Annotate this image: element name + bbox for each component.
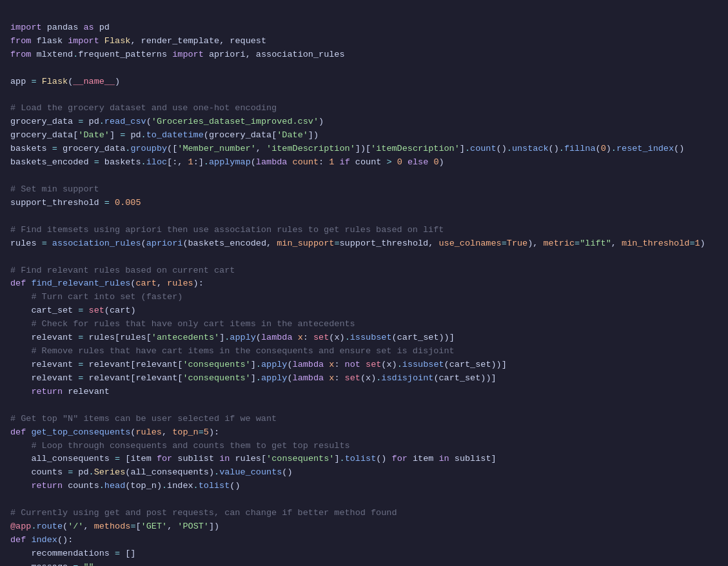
- decorator: @app: [10, 522, 31, 531]
- comment: # Turn cart into set (faster): [31, 292, 182, 302]
- comment: # Find itemsets using apriori then use a…: [10, 225, 444, 235]
- comment: # Loop through consequents and counts th…: [31, 441, 349, 451]
- keyword-import: import: [10, 23, 42, 32]
- comment: # Get top "N" items can be user selected…: [10, 414, 277, 424]
- comment: # Set min support: [10, 184, 99, 194]
- code-editor: import pandas as pd from flask import Fl…: [0, 0, 728, 566]
- comment: # Currently using get and post requests,…: [10, 508, 397, 518]
- comment: # Load the grocery dataset and use one-h…: [10, 103, 277, 113]
- comment: # Remove rules that have cart items in t…: [31, 346, 454, 356]
- comment: # Find relevant rules based on current c…: [10, 266, 235, 275]
- comment: # Check for rules that have only cart it…: [31, 319, 355, 329]
